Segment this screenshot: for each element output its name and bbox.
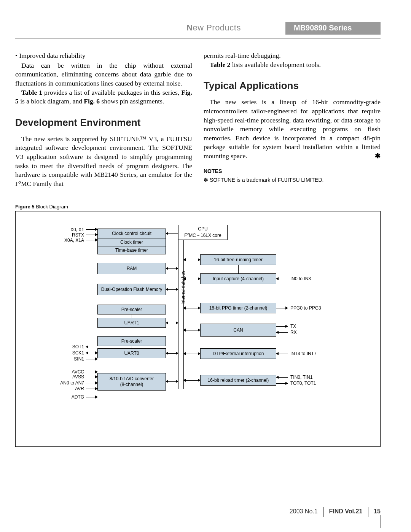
heading-dev-env: Development Environment (15, 116, 192, 129)
bus-line-right (183, 240, 184, 389)
arrow-icon (86, 383, 97, 383)
pin-an0-an7: AN0 to AN7 (50, 380, 84, 386)
arrow-icon (166, 381, 178, 382)
arrow-icon (166, 268, 178, 269)
pin-adtg: ADTG (50, 394, 84, 400)
bullet-improved: • Improved data reliability (15, 51, 192, 60)
cpu-line1: CPU (198, 226, 207, 232)
pin-tin0-tin1: TIN0, TIN1 (290, 375, 312, 380)
footer-issue: 2003 No.1 (290, 508, 318, 515)
block-adc-l1: 8/10-bit A/D converter (110, 376, 154, 381)
header-bar: New Products MB90890 Series (15, 23, 381, 34)
table2-ref: Table 2 (210, 61, 230, 68)
pin-x0-x1: X0, X1 (50, 227, 84, 232)
arrow-icon (166, 289, 178, 290)
block-flash: Dual-Operation Flash Memory (97, 284, 166, 295)
figure5-box: X0, X1 RSTX X0A, X1A SOT1 SCK1 SIN1 AVCC… (15, 211, 381, 447)
page-footer: 2003 No.1 FIND Vol.21 15 (290, 507, 381, 517)
block-diagram: X0, X1 RSTX X0A, X1A SOT1 SCK1 SIN1 AVCC… (31, 229, 365, 412)
arrow-icon (86, 229, 97, 230)
pin-tx: TX (290, 324, 296, 329)
arrow-icon (86, 372, 97, 372)
block-adc-l2: (8-channel) (120, 382, 143, 387)
left-p2: Table 1 provides a list of available pac… (15, 88, 192, 106)
pin-tot0-tot1: TOT0, TOT1 (290, 381, 316, 386)
block-timebase-timer: Time-base timer (97, 246, 166, 254)
block-cpu: CPU F2MC－16LX core (178, 225, 228, 240)
pin-ppg0-ppg3: PPG0 to PPG3 (290, 305, 321, 311)
pin-avr: AVR (50, 386, 84, 391)
arrow-icon (166, 233, 178, 234)
arrow-icon (183, 354, 200, 354)
right-p3: The new series is a lineup of 16-bit com… (204, 98, 381, 160)
arrow-icon (86, 359, 97, 359)
line (238, 265, 239, 273)
block-clock-control: Clock control circuit (97, 229, 166, 238)
new-products-label: New Products (186, 23, 241, 33)
pin-rx: RX (290, 330, 297, 335)
header-rule (15, 38, 381, 38)
end-star-icon: ✱ (369, 152, 381, 161)
arrow-icon (86, 347, 97, 347)
arrow-icon (276, 326, 288, 327)
arrow-icon (183, 330, 200, 330)
arrow-icon (166, 353, 178, 354)
block-adc: 8/10-bit A/D converter (8-channel) (97, 373, 166, 391)
right-p1: permits real-time debugging. (204, 51, 381, 60)
footer-tail-rule (381, 515, 381, 528)
series-label: MB90890 Series (285, 22, 381, 35)
pin-avcc: AVCC (50, 369, 84, 375)
block-free-running-timer: 16-bit free-running timer (200, 254, 276, 265)
heading-typical-apps: Typical Applications (204, 79, 381, 92)
arrow-icon (276, 308, 288, 308)
arrow-icon (276, 383, 288, 384)
arrow-icon (183, 308, 200, 308)
footer-page-number: 15 (374, 508, 381, 515)
block-input-capture: Input capture (4-channel) (200, 273, 276, 284)
footer-divider-icon (368, 507, 368, 517)
arrow-icon (183, 260, 200, 260)
notes-heading: NOTES (204, 168, 381, 175)
pin-avss: AVSS (50, 374, 84, 380)
block-uart0: UART0 (97, 348, 166, 358)
pin-in0-in3: IN0 to IN3 (290, 276, 311, 281)
right-column: permits real-time debugging. Table 2 lis… (204, 51, 381, 189)
arrow-icon (276, 332, 288, 333)
block-prescaler1: Pre-scaler (97, 305, 166, 314)
left-p1: Data can be written in the chip without … (15, 61, 192, 88)
arrow-icon (183, 279, 200, 279)
pin-sin1: SIN1 (50, 356, 84, 362)
block-reload-timer: 16-bit reload timer (2-channel) (200, 375, 276, 386)
pin-x0a-x1a: X0A, X1A (50, 238, 84, 243)
arrow-icon (86, 397, 97, 397)
block-ram: RAM (97, 263, 166, 274)
right-p2: Table 2 lists available development tool… (204, 60, 381, 70)
cpu-line2: F2MC－16LX core (184, 232, 221, 238)
line (132, 314, 132, 318)
pin-sck1: SCK1 (50, 350, 84, 356)
internal-bus-label: Internal data bus (180, 270, 186, 304)
arrow-icon (183, 380, 200, 381)
footer-find: FIND Vol.21 (329, 508, 363, 515)
left-column: • Improved data reliability Data can be … (15, 51, 192, 189)
arrow-icon (86, 353, 97, 353)
block-uart1: UART1 (97, 318, 166, 328)
two-column-region: • Improved data reliability Data can be … (15, 51, 381, 189)
footer-divider-icon (323, 507, 323, 517)
new-products-rest: ew Products (193, 23, 241, 32)
block-prescaler0: Pre-scaler (97, 336, 166, 346)
pin-rstx: RSTX (50, 232, 84, 238)
arrow-icon (86, 235, 97, 235)
arrow-icon (276, 354, 288, 354)
arrow-icon (86, 377, 97, 377)
block-clock-timer: Clock timer (97, 238, 166, 246)
block-can: CAN (200, 324, 276, 337)
block-ppg: 16-bit PPG timer (2-channel) (200, 303, 276, 313)
fig6-ref: Fig. 6 (84, 97, 100, 105)
arrow-icon (276, 279, 288, 279)
arrow-icon (86, 389, 97, 389)
bus-line-left (178, 240, 178, 389)
pin-int4-int7: INT4 to INT7 (290, 351, 317, 356)
arrow-icon (86, 240, 97, 240)
figure5-label: Figure 5 Block Diagram (15, 204, 381, 210)
